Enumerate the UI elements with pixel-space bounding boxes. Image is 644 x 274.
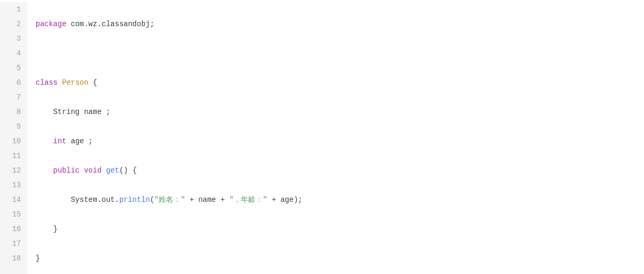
code-line: class Person { [36, 75, 303, 90]
code-line: package com.wz.classandobj; [36, 17, 303, 31]
line-number: 13 [8, 178, 21, 192]
type-string: String [53, 108, 80, 116]
line-number: 8 [8, 105, 21, 119]
line-number: 6 [8, 75, 21, 90]
keyword-public: public [53, 166, 80, 175]
line-number: 14 [8, 192, 21, 207]
line-number: 4 [8, 46, 21, 61]
line-number: 2 [8, 17, 21, 31]
line-number: 11 [8, 149, 21, 163]
string-literal: "，年龄：" [229, 196, 268, 204]
line-number: 7 [8, 90, 21, 105]
code-line: int age ; [36, 134, 303, 149]
field-name: name ; [80, 108, 110, 116]
line-number: 17 [8, 236, 21, 251]
code-block: 1 2 3 4 5 6 7 8 9 10 11 12 13 14 15 16 1… [0, 0, 644, 274]
code-line: String name ; [36, 105, 303, 119]
keyword-void: void [84, 166, 102, 175]
line-number: 9 [8, 119, 21, 134]
package-name: com.wz.classandobj; [66, 20, 154, 28]
keyword-int: int [53, 137, 66, 145]
string-literal: "姓名：" [154, 196, 185, 204]
line-number: 10 [8, 134, 21, 149]
code-line: System.out.println("姓名：" + name + "，年龄："… [36, 192, 303, 207]
code-area: package com.wz.classandobj; class Person… [27, 2, 303, 274]
paren: ( [150, 196, 154, 204]
field-age: age ; [66, 137, 93, 145]
brace: () { [119, 166, 137, 175]
concat: + age); [268, 196, 303, 204]
line-number: 5 [8, 61, 21, 75]
brace: } [36, 254, 40, 262]
line-number: 16 [8, 222, 21, 236]
keyword-class: class [36, 78, 58, 87]
class-name: Person [62, 78, 88, 87]
brace: } [53, 225, 58, 233]
brace: { [88, 78, 97, 87]
concat: + name + [185, 196, 229, 204]
code-line [36, 46, 303, 61]
method-println: println [119, 196, 150, 204]
code-line: } [36, 251, 303, 266]
line-number: 3 [8, 31, 21, 46]
keyword-package: package [36, 20, 66, 28]
line-number: 15 [8, 207, 21, 222]
code-line: } [36, 222, 303, 236]
system-out: System.out. [71, 196, 119, 204]
line-number: 18 [8, 251, 21, 266]
code-line: public void get() { [36, 163, 303, 178]
line-number: 1 [8, 2, 21, 17]
line-number-gutter: 1 2 3 4 5 6 7 8 9 10 11 12 13 14 15 16 1… [0, 2, 27, 274]
method-get: get [106, 166, 119, 175]
line-number: 12 [8, 163, 21, 178]
